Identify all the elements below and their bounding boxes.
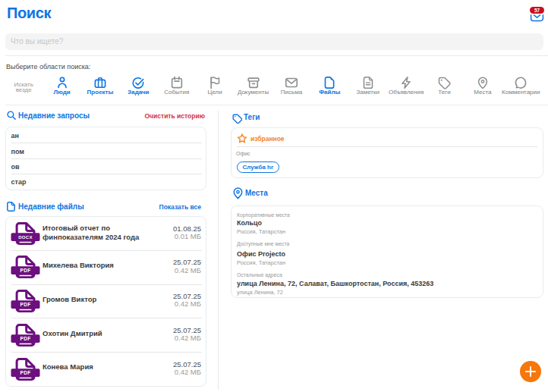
svg-text:PDF: PDF (20, 336, 30, 341)
svg-text:DOCX: DOCX (18, 235, 33, 240)
svg-text:PDF: PDF (20, 268, 30, 273)
svg-text:PDF: PDF (20, 370, 30, 375)
svg-text:PDF: PDF (20, 302, 30, 307)
